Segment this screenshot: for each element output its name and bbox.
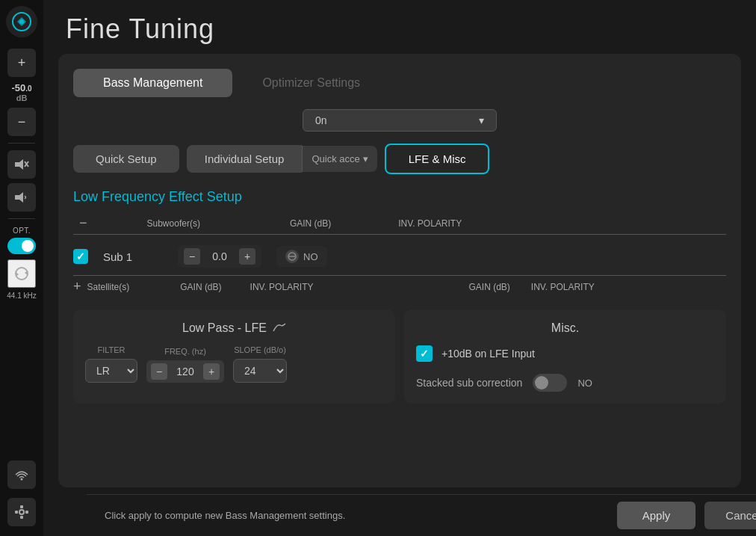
apply-button[interactable]: Apply (617, 502, 696, 529)
sub1-gain-value: 0.0 (205, 250, 235, 262)
svg-point-13 (19, 510, 24, 514)
mode-dropdown-row: 0n ▾ (73, 109, 726, 132)
lfe-misc-button[interactable]: LFE & Misc (385, 144, 490, 174)
slope-group: SLOPE (dB/o) 122448 (233, 345, 287, 383)
sidebar: + -50.0 dB − OPT. 44.1 kHz (0, 0, 43, 536)
filter-controls: FILTER LRBWBES FREQ. (hz) − 120 + SLOPE … (85, 345, 383, 383)
toggle-no-label: NO (577, 378, 592, 389)
filter-group: FILTER LRBWBES (85, 345, 137, 383)
chevron-down-icon-2: ▾ (363, 153, 368, 164)
lfe-input-checkbox[interactable]: ✓ (416, 345, 433, 362)
chevron-down-icon: ▾ (479, 114, 484, 126)
page-title: Fine Tuning (66, 13, 738, 45)
lfe-section-title: Low Frequency Effect Setup (73, 189, 726, 205)
lfe-input-item: ✓ +10dB on LFE Input (416, 345, 714, 362)
bottom-actions: Apply Cancel (617, 502, 756, 529)
tab-optimizer-settings[interactable]: Optimizer Settings (232, 69, 390, 97)
freq-control: − 120 + (146, 360, 224, 383)
svg-rect-9 (20, 505, 23, 508)
individual-setup-button[interactable]: Individual Setup (187, 145, 303, 173)
mute-button[interactable] (7, 150, 36, 179)
sub1-checkbox[interactable]: ✓ (73, 249, 88, 264)
expand-satellite-button[interactable]: + (73, 279, 81, 295)
lfe-setup-section: Low Frequency Effect Setup − Subwoofer(s… (73, 189, 726, 298)
sub1-gain-decrease-button[interactable]: − (184, 248, 200, 265)
polarity-icon (285, 250, 299, 263)
low-pass-title: Low Pass - LFE (85, 321, 383, 335)
lfe-input-label: +10dB on LFE Input (441, 348, 535, 360)
svg-marker-5 (15, 192, 23, 203)
volume-low-button[interactable] (7, 183, 36, 212)
individual-setup-dropdown[interactable]: Quick acce ▾ (302, 146, 377, 172)
misc-title: Misc. (416, 321, 714, 335)
svg-marker-2 (15, 159, 23, 170)
slope-select[interactable]: 122448 (233, 359, 287, 383)
checkmark-icon: ✓ (76, 250, 85, 262)
divider-1 (8, 143, 35, 144)
subwoofer-header: − Subwoofer(s) GAIN (dB) INV. POLARITY (73, 212, 726, 235)
mute-icon (14, 158, 29, 170)
sync-button[interactable] (7, 259, 36, 288)
lfe-checkmark-icon: ✓ (420, 348, 429, 360)
stacked-sub-row: Stacked sub correction NO (416, 374, 714, 392)
quick-setup-button[interactable]: Quick Setup (73, 145, 179, 173)
volume-value: -50 (11, 82, 25, 93)
svg-point-1 (19, 19, 24, 24)
volume-low-icon (14, 191, 29, 203)
volume-down-button[interactable]: − (7, 108, 36, 136)
sub1-row: ✓ Sub 1 − 0.0 + NO (73, 241, 726, 272)
cancel-button[interactable]: Cancel (704, 502, 756, 529)
misc-panel: Misc. ✓ +10dB on LFE Input Stacked sub c… (404, 309, 726, 404)
bottom-bar: Click apply to compute new Bass Manageme… (87, 494, 756, 536)
freq-decrease-button[interactable]: − (151, 363, 167, 380)
svg-marker-6 (25, 271, 28, 275)
filter-label: FILTER (85, 345, 137, 354)
slope-label: SLOPE (dB/o) (233, 345, 287, 354)
inv-polarity-col-label: INV. POLARITY (398, 218, 462, 229)
settings-button[interactable] (7, 498, 36, 526)
sub1-polarity-button[interactable]: NO (276, 246, 327, 267)
subwoofer-col-label: Subwoofer(s) (147, 218, 200, 229)
main-content: Fine Tuning Bass Management Optimizer Se… (43, 0, 756, 536)
sync-icon (13, 265, 31, 283)
svg-rect-10 (20, 516, 23, 519)
individual-setup-group: Individual Setup Quick acce ▾ (187, 145, 377, 173)
volume-db-label: dB (11, 93, 31, 102)
wifi-button[interactable] (7, 460, 36, 489)
stacked-sub-toggle[interactable] (533, 374, 567, 392)
sat-inv-col: INV. POLARITY (250, 282, 314, 292)
quick-access-label: Quick acce (312, 153, 359, 164)
volume-display: -50.0 dB (11, 82, 31, 102)
sub1-polarity-value: NO (303, 251, 318, 262)
stacked-sub-label: Stacked sub correction (416, 377, 522, 389)
sat-gain-col2: GAIN (dB) (468, 282, 509, 292)
freq-increase-button[interactable]: + (203, 363, 220, 380)
svg-marker-7 (16, 272, 19, 277)
mode-dropdown[interactable]: 0n ▾ (303, 109, 497, 132)
opt-toggle[interactable] (7, 238, 36, 254)
sub1-name: Sub 1 (103, 250, 163, 263)
low-pass-panel: Low Pass - LFE FILTER LRBWBES FREQ. (hz) (73, 309, 395, 404)
toggle-knob (535, 376, 548, 389)
collapse-subwoofer-button[interactable]: − (79, 215, 87, 231)
gear-icon (15, 505, 28, 519)
tab-bass-management[interactable]: Bass Management (73, 69, 232, 97)
sub1-gain-increase-button[interactable]: + (239, 248, 255, 265)
plus-icon: + (18, 55, 26, 71)
volume-decimal: .0 (25, 84, 31, 93)
svg-rect-12 (25, 511, 28, 514)
freq-label: FREQ. (hz) (146, 347, 224, 356)
sidebar-bottom-icons (7, 458, 36, 536)
bottom-hint: Click apply to compute new Bass Manageme… (105, 510, 345, 521)
sat-gain-col: GAIN (dB) (180, 282, 221, 292)
freq-value: 120 (172, 366, 199, 378)
header: Fine Tuning (43, 0, 756, 54)
mode-dropdown-value: 0n (315, 114, 327, 126)
divider-2 (8, 218, 35, 219)
volume-up-button[interactable]: + (7, 49, 36, 77)
bottom-panels: Low Pass - LFE FILTER LRBWBES FREQ. (hz) (73, 309, 726, 404)
filter-select[interactable]: LRBWBES (85, 359, 137, 383)
content-card: Bass Management Optimizer Settings 0n ▾ … (58, 54, 741, 487)
app-logo (6, 6, 37, 37)
wifi-icon (14, 469, 29, 481)
